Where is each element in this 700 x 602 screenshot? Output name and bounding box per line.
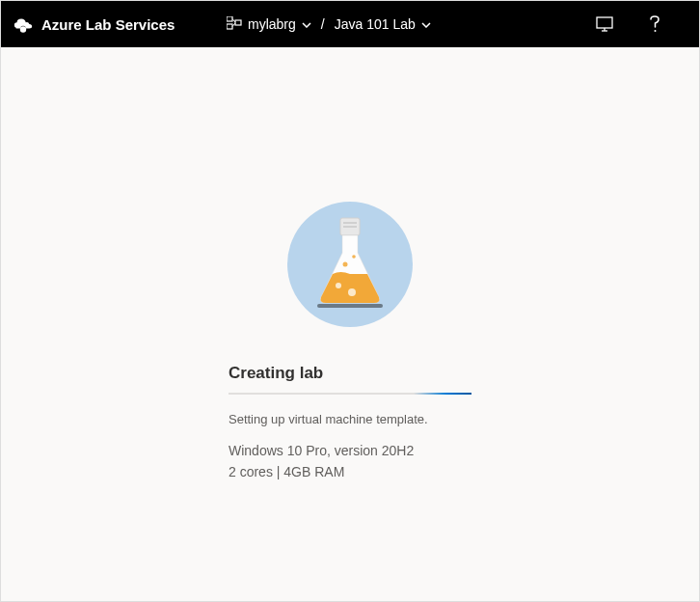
progress-bar (229, 393, 471, 395)
resource-group-icon (227, 16, 242, 33)
flask-illustration (287, 202, 413, 327)
os-spec: Windows 10 Pro, version 20H2 (229, 440, 471, 461)
svg-point-14 (348, 288, 356, 296)
top-header: Azure Lab Services mylabrg / Java 101 La… (1, 1, 699, 47)
svg-rect-6 (597, 17, 612, 28)
help-icon[interactable] (650, 15, 660, 33)
svg-point-0 (20, 26, 26, 32)
azure-labs-logo-icon (13, 14, 34, 35)
status-text: Setting up virtual machine template. (229, 412, 471, 426)
svg-point-15 (343, 262, 348, 267)
svg-point-9 (655, 30, 657, 32)
breadcrumb: mylabrg / Java 101 Lab (227, 16, 431, 33)
header-actions (596, 15, 687, 33)
svg-point-13 (336, 283, 341, 288)
hw-spec: 2 cores | 4GB RAM (229, 461, 471, 482)
svg-point-16 (352, 255, 356, 259)
breadcrumb-separator: / (321, 16, 325, 32)
svg-rect-2 (227, 24, 232, 29)
status-block: Creating lab Setting up virtual machine … (229, 364, 471, 483)
svg-rect-12 (343, 226, 357, 228)
lab-name: Java 101 Lab (335, 16, 416, 32)
svg-rect-1 (227, 16, 232, 21)
svg-rect-3 (235, 20, 241, 25)
header-brand[interactable]: Azure Lab Services (13, 14, 175, 35)
flask-icon (311, 216, 389, 313)
lab-selector[interactable]: Java 101 Lab (335, 16, 431, 32)
chevron-down-icon (302, 19, 311, 30)
svg-rect-17 (317, 304, 383, 308)
resource-group-name: mylabrg (248, 16, 296, 32)
monitor-icon[interactable] (596, 16, 613, 32)
chevron-down-icon (421, 19, 431, 30)
resource-group-selector[interactable]: mylabrg (227, 16, 311, 33)
main-content: Creating lab Setting up virtual machine … (1, 47, 699, 483)
creating-title: Creating lab (229, 364, 471, 383)
svg-rect-11 (343, 222, 357, 224)
progress-fill (414, 393, 471, 395)
app-title: Azure Lab Services (41, 16, 175, 33)
